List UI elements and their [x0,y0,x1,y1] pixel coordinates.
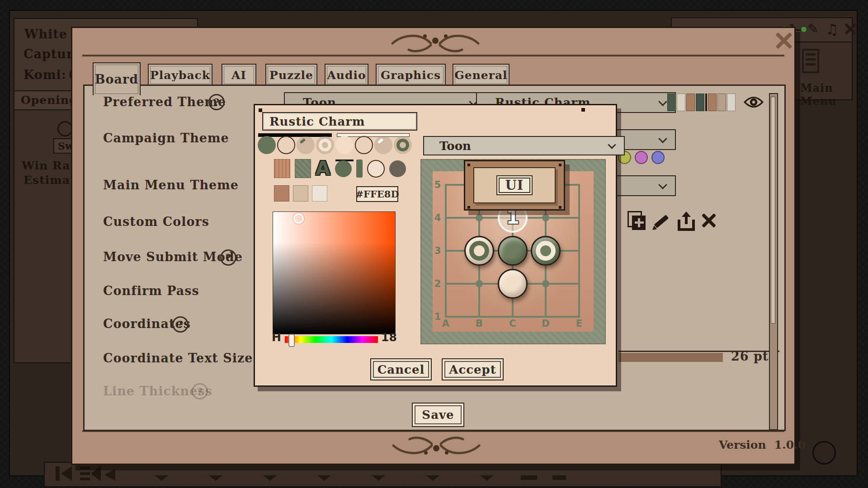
playback-icon-sliver [480,475,494,481]
board-star-point [476,214,483,221]
tab-puzzle-label: Puzzle [269,69,313,82]
stone-swatch-5[interactable] [355,136,373,154]
stone-swatch-3[interactable] [316,136,334,154]
volume-slider-knob[interactable] [801,26,807,33]
element-swatch-circle[interactable] [389,160,406,177]
rewind-moves-icon[interactable] [79,465,102,482]
main-menu-theme-label: Main Menu Theme [103,178,239,192]
playback-icon-sliver [155,475,168,481]
element-swatch-square[interactable] [295,159,311,178]
save-button[interactable]: Save [412,403,464,427]
material-swatch-row [274,185,327,202]
hue-slider[interactable] [285,336,378,343]
campaign-color-dot[interactable] [635,151,648,164]
stone-swatch-1[interactable] [277,136,295,154]
hex-color-value: #FFE8D [355,188,399,200]
playback-icon-sliver [426,475,439,481]
element-swatch-circle[interactable] [335,160,352,177]
settings-close-icon[interactable] [774,32,794,50]
opening-radio[interactable] [57,121,73,136]
element-swatch-circle-outline[interactable] [367,160,385,178]
tab-general[interactable]: General [453,64,509,86]
stone-swatch-0[interactable] [258,136,276,154]
cancel-button-label: Cancel [377,363,425,376]
board-row-label: 1 [434,311,441,322]
tab-playback[interactable]: Playback [148,64,212,86]
music-icon[interactable]: ♫ [826,21,839,38]
settings-scrollbar[interactable] [769,93,778,430]
material-swatch[interactable] [293,185,308,202]
confirm-pass-label: Confirm Pass [103,284,199,298]
element-swatch-bar[interactable] [356,160,363,178]
eye-icon[interactable] [744,95,764,109]
hex-color-field[interactable]: #FFE8D [356,186,398,202]
campaign-theme-dots [618,151,665,164]
board-col-label: B [476,318,483,329]
element-swatch-letter[interactable]: A [316,159,330,178]
stone-swatch-2[interactable] [297,136,315,154]
playback-icon-sliver [263,475,277,481]
coordinate-size-value: 26 pt [731,349,769,363]
palette-color-bar [708,94,717,111]
palette-divider [705,94,707,111]
stone-swatch-4[interactable] [335,136,354,154]
preferred-theme-label: Preferred Theme [103,95,226,109]
skip-to-start-icon[interactable] [55,465,73,482]
saturation-value-picker[interactable] [273,211,396,334]
board-row-label: 5 [434,179,441,190]
board-star-point [476,280,483,287]
hue-value: 18 [381,331,397,344]
accept-button[interactable]: Accept [442,358,504,380]
accept-button-label: Accept [449,363,496,376]
board-element-swatch-row: A [274,159,406,178]
screen: White Captures Komi: 6 Opening G Sw Win … [0,0,868,488]
background-circle-button[interactable] [812,441,836,465]
line-thickness-help-icon[interactable]: ? [192,383,208,399]
material-swatch[interactable] [274,185,289,202]
brush-icon[interactable]: ✎ [807,21,819,37]
help-glyph: ? [197,385,203,397]
settings-scrollbar-thumb[interactable] [771,97,775,324]
help-glyph: ? [226,252,231,263]
tab-ai-label: AI [231,69,246,82]
export-icon[interactable] [676,211,696,231]
tab-graphics[interactable]: Graphics [376,64,446,86]
version-label: Version [719,438,766,451]
close-window-icon[interactable] [844,23,857,35]
campaign-color-dot[interactable] [651,151,665,164]
playback-icon-sliver [372,475,385,481]
theme-name-input[interactable]: Rustic Charm [262,112,417,131]
version-value: 1.0.0 [774,438,806,451]
move-submit-help-icon[interactable]: ? [220,249,236,266]
coordinates-help-icon[interactable]: ? [172,316,189,333]
edit-pencil-icon[interactable] [653,213,671,231]
theme-name-value: Rustic Charm [269,115,365,128]
board-col-label: E [576,318,582,329]
preview-style-dropdown[interactable]: Toon [423,136,625,155]
playback-bar [44,462,722,487]
hue-label: H [272,331,281,344]
delete-icon[interactable] [700,213,717,228]
coordinate-text-size-label: Coordinate Text Size [103,351,253,365]
coordinate-size-slider-fill[interactable] [618,353,723,362]
board-stone-cream-ring [464,236,494,266]
cancel-button[interactable]: Cancel [370,358,432,380]
tab-audio[interactable]: Audio [325,64,368,86]
sign-screws [467,164,470,166]
board-stone-cream [498,269,528,299]
stone-swatch-7[interactable] [394,136,412,154]
tab-board[interactable]: Board [93,62,141,95]
player-name: White [24,27,67,41]
material-swatch[interactable] [312,185,327,202]
stone-swatch-6[interactable] [374,136,392,154]
tab-ai[interactable]: AI [222,64,256,86]
duplicate-icon[interactable] [627,211,647,231]
tab-puzzle[interactable]: Puzzle [265,64,317,86]
preferred-theme-help-icon[interactable]: ? [208,94,225,110]
hue-slider-handle[interactable] [288,334,295,347]
board-col-label: C [509,318,516,329]
step-back-icon[interactable] [103,468,116,482]
color-picker-dot[interactable] [293,213,304,224]
element-swatch-square[interactable] [274,159,290,178]
campaign-theme-label: Campaign Theme [103,131,229,145]
